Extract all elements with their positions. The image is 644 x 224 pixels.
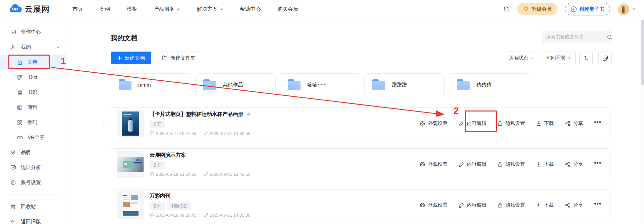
search-icon[interactable]	[607, 34, 612, 40]
upgrade-membership-button[interactable]: 升级会员	[517, 3, 557, 15]
download-button[interactable]: 下载	[536, 120, 554, 127]
rename-pencil-icon[interactable]	[246, 112, 251, 117]
sidebar-item-recycle-bin[interactable]: 回收站	[0, 199, 66, 214]
folder-card[interactable]: mmm	[111, 73, 191, 96]
logo[interactable]: 云展网	[9, 4, 50, 14]
privacy-settings-button[interactable]: 隐私设置	[497, 120, 525, 127]
sidebar-item-mine[interactable]: 我的	[0, 40, 66, 55]
download-button[interactable]: 下载	[536, 202, 554, 208]
updated-time: 2025-08-01 13:45:50	[210, 172, 251, 177]
search-input[interactable]	[546, 34, 607, 40]
nav-item-home[interactable]: 首页	[64, 0, 91, 18]
download-button[interactable]: 下载	[536, 161, 554, 167]
folder-name: 哈哈~~~	[307, 82, 326, 88]
more-actions-button[interactable]: •••	[594, 160, 601, 169]
folder-card[interactable]: 蹭蹭蹭	[364, 73, 445, 96]
nav-item-buy-membership[interactable]: 购买会员	[269, 0, 307, 18]
sidebar-item-documents[interactable]: 文档	[0, 55, 66, 70]
more-actions-button[interactable]: •••	[594, 201, 601, 210]
sidebar-item-analytics[interactable]: 统计分析	[0, 160, 66, 175]
document-thumbnail[interactable]	[117, 150, 144, 178]
share-button[interactable]: 分享	[565, 202, 583, 208]
bookshelf-icon	[17, 74, 23, 80]
privacy-settings-button[interactable]: 隐私设置	[497, 202, 525, 208]
appearance-settings-button[interactable]: 外观设置	[420, 120, 447, 127]
create-ebook-button[interactable]: 创建电子书	[565, 3, 610, 15]
sidebar-item-bookshelf[interactable]: 书橱	[0, 70, 66, 85]
nav-item-products[interactable]: 产品服务	[146, 0, 189, 18]
folder-card[interactable]: 猜猜猜	[449, 73, 529, 96]
document-title[interactable]: 【卡片式翻页】塑料杯运动水杯产品画册	[150, 111, 243, 118]
document-info: 云展网演示方案 公开 2025-05-19 13:54:56 2025-08-0…	[150, 152, 250, 177]
nav-item-solutions[interactable]: 解决方案	[189, 0, 231, 18]
privacy-settings-button[interactable]: 隐私设置	[497, 161, 525, 167]
row-checkbox[interactable]	[103, 121, 108, 126]
new-document-button[interactable]: 新建文档	[111, 52, 151, 64]
sidebar-item-back-to-old-version[interactable]: 返回旧版	[0, 214, 66, 224]
new-folder-button[interactable]: 新建文件夹	[156, 52, 201, 64]
sidebar-item-library[interactable]: 书馆	[0, 85, 66, 100]
sidebar-item-brand[interactable]: 品牌	[0, 145, 66, 160]
time-filter-select[interactable]: 时间不限	[542, 52, 576, 64]
page-title: 我的文档	[111, 33, 138, 43]
user-menu[interactable]	[618, 3, 635, 15]
document-actions: 外观设置 内容编辑 隐私设置 下载	[420, 160, 601, 169]
nav-item-templates[interactable]: 模板	[118, 0, 146, 18]
document-thumbnail[interactable]	[117, 109, 144, 137]
sidebar-item-journal[interactable]: 期刊	[0, 100, 66, 115]
appearance-icon	[420, 202, 425, 208]
toolbar-filters: 所有状态 时间不限	[505, 52, 612, 64]
sidebar-item-creation-center[interactable]: 创作中心	[0, 24, 66, 40]
sidebar-item-account-settings[interactable]: 账号设置	[0, 175, 66, 190]
folder-card[interactable]: 其他作品	[195, 73, 276, 96]
status-filter-select[interactable]: 所有状态	[505, 52, 538, 64]
appearance-settings-button[interactable]: 外观设置	[420, 202, 447, 208]
content-edit-button[interactable]: 内容编辑	[459, 161, 486, 167]
status-badge: 公开	[150, 121, 165, 128]
document-row: 【卡片式翻页】塑料杯运动水杯产品画册 公开 2025-05-27 10:47:4…	[111, 107, 610, 139]
download-icon	[536, 121, 541, 126]
document-info: 【卡片式翻页】塑料杯运动水杯产品画册 公开 2025-05-27 10:47:4…	[150, 111, 251, 136]
content-edit-button[interactable]: 内容编辑	[459, 202, 486, 208]
account-settings-icon	[10, 179, 16, 186]
document-actions: 外观设置 内容编辑 隐私设置 下载	[420, 119, 601, 128]
sort-button[interactable]	[579, 52, 593, 64]
batch-select-icon	[602, 55, 608, 61]
folder-name: 其他作品	[223, 82, 243, 88]
appearance-settings-button[interactable]: 外观设置	[420, 161, 447, 167]
main-nav: 首页 案例 模板 产品服务 解决方案 帮助中心 购买会员	[64, 0, 307, 18]
sidebar-item-vr-panorama[interactable]: VR全景	[0, 130, 66, 145]
more-actions-button[interactable]: •••	[594, 119, 601, 128]
folder-list: mmm 其他作品 哈哈~~~ 蹭蹭蹭 猜猜猜	[111, 73, 529, 96]
document-row: 万彩内刊 公开 书橱关联 2025-04-18 09:20:45 2025-07…	[111, 189, 610, 221]
batch-select-button[interactable]	[598, 52, 612, 64]
navbar-right: 升级会员 创建电子书	[502, 3, 635, 15]
publish-time-icon	[150, 213, 154, 217]
content-edit-button[interactable]: 内容编辑	[459, 120, 486, 127]
sidebar-item-qrcode[interactable]: 微码	[0, 115, 66, 130]
status-badge: 公开	[150, 161, 165, 169]
vr-goggles-icon	[17, 135, 23, 141]
sidebar: 创作中心 我的 文档 书橱 书馆 期刊 微码 VR全景	[0, 18, 66, 224]
chevron-down-icon	[219, 7, 223, 11]
share-button[interactable]: 分享	[565, 161, 583, 167]
notification-bell-icon[interactable]	[502, 5, 510, 13]
folder-card[interactable]: 哈哈~~~	[280, 73, 360, 96]
share-icon	[565, 161, 571, 167]
nav-item-cases[interactable]: 案例	[91, 0, 118, 18]
edit-time-icon	[204, 172, 208, 176]
edit-time-icon	[204, 213, 208, 217]
document-title[interactable]: 云展网演示方案	[150, 152, 186, 159]
folder-name: 蹭蹭蹭	[392, 82, 407, 88]
scrollbar-track[interactable]	[641, 18, 644, 224]
document-title[interactable]: 万彩内刊	[150, 193, 170, 200]
share-button[interactable]: 分享	[565, 120, 583, 127]
folder-icon	[287, 78, 302, 91]
thumbnail-image	[122, 111, 139, 136]
nav-item-help-center[interactable]: 帮助中心	[231, 0, 269, 18]
scrollbar-thumb[interactable]	[641, 20, 644, 85]
appearance-icon	[420, 121, 425, 126]
document-thumbnail[interactable]	[117, 191, 144, 219]
logo-text: 云展网	[25, 4, 50, 14]
timestamps: 2025-04-18 09:20:45 2025-07-31 14:35:36	[150, 213, 250, 218]
